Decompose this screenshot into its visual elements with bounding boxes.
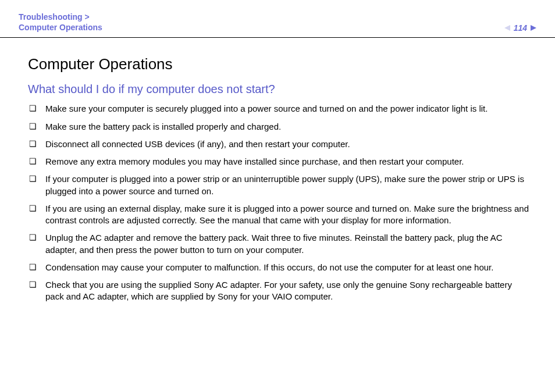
- list-item: Disconnect all connected USB devices (if…: [28, 138, 532, 150]
- troubleshoot-list: Make sure your computer is securely plug…: [28, 103, 532, 302]
- page-content: Computer Operations What should I do if …: [0, 38, 555, 302]
- page-header: Troubleshooting > Computer Operations 11…: [0, 0, 555, 38]
- list-item: If your computer is plugged into a power…: [28, 173, 532, 197]
- arrow-left-icon[interactable]: [504, 25, 510, 31]
- list-item: Make sure your computer is securely plug…: [28, 103, 532, 115]
- list-item: Check that you are using the supplied So…: [28, 279, 532, 303]
- list-item: Condensation may cause your computer to …: [28, 262, 532, 273]
- page-marker: 114: [504, 23, 536, 33]
- breadcrumb-line-1: Troubleshooting >: [19, 12, 102, 22]
- arrow-right-icon[interactable]: [531, 25, 536, 31]
- list-item: If you are using an external display, ma…: [28, 203, 532, 227]
- page-title: Computer Operations: [28, 55, 532, 73]
- breadcrumb-line-2: Computer Operations: [19, 22, 102, 33]
- list-item: Make sure the battery pack is installed …: [28, 121, 532, 133]
- page-number: 114: [514, 23, 527, 33]
- list-item: Unplug the AC adapter and remove the bat…: [28, 232, 532, 256]
- breadcrumb: Troubleshooting > Computer Operations: [19, 12, 102, 33]
- section-heading: What should I do if my computer does not…: [28, 83, 532, 96]
- list-item: Remove any extra memory modules you may …: [28, 156, 532, 168]
